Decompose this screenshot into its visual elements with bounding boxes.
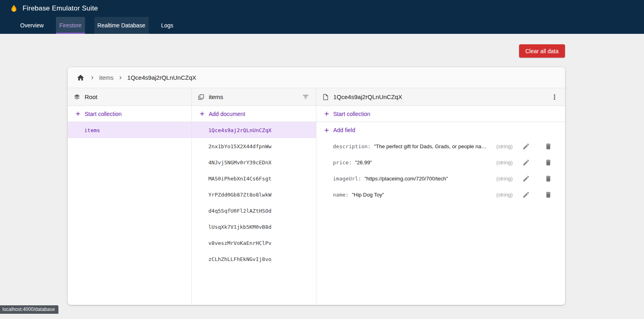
field-value: "https://placeimg.com/720/700/tech": [364, 176, 448, 182]
plus-icon: [75, 110, 81, 117]
document-row[interactable]: YrPZdd0Gb87Zt8o8lwkW: [192, 186, 316, 203]
firestore-columns: Root Start collection items: [68, 88, 565, 305]
document-row[interactable]: zCLhZhLLFhEkNGvIj8vo: [192, 251, 316, 267]
doc-start-collection-button[interactable]: Start collection: [316, 106, 565, 122]
field-row: name: "Hip Dog Toy" (string): [316, 186, 565, 203]
firebase-logo-icon: [10, 4, 18, 14]
document-row[interactable]: v8veszMrVoKaEnrHClPv: [192, 235, 316, 251]
chevron-right-icon: [117, 75, 124, 81]
document-id: 2nx1bYo15X2X44dfpnWw: [208, 143, 272, 149]
edit-field-button[interactable]: [521, 158, 531, 167]
document-row[interactable]: MAS0iPhebXnI4Cs6Fsgt: [192, 170, 316, 186]
document-row[interactable]: 2nx1bYo15X2X44dfpnWw: [192, 138, 316, 154]
add-field-label: Add field: [333, 127, 355, 133]
root-column-header: Root: [68, 88, 191, 106]
field-value: "26.99": [355, 160, 372, 166]
document-id: lUsqXk7V1jkb5KM0vB8d: [208, 224, 272, 230]
tab-logs[interactable]: Logs: [158, 17, 177, 34]
collection-icon: [197, 93, 205, 101]
main-nav: Overview Firestore Realtime Database Log…: [0, 17, 644, 34]
browser-status-bar: localhost:4000/database: [0, 305, 58, 314]
clear-all-data-button[interactable]: Clear all data: [519, 44, 565, 58]
breadcrumb-document: 1Qce4s9aj2rQLnUnCZqX: [127, 74, 196, 81]
field-row: price: "26.99" (string): [316, 154, 565, 170]
tab-realtime-database[interactable]: Realtime Database: [94, 17, 149, 34]
main-content: Clear all data items 1Qce4s9aj2rQLnUnCZq…: [68, 44, 565, 305]
app-title: Firebase Emulator Suite: [23, 4, 98, 12]
document-row[interactable]: 1Qce4s9aj2rQLnUnCZqX: [192, 122, 316, 138]
more-vert-icon[interactable]: [550, 92, 559, 102]
filter-documents-icon[interactable]: [301, 92, 310, 102]
field-type: (string): [497, 176, 513, 182]
field-type: (string): [497, 143, 513, 149]
document-column: 1Qce4s9aj2rQLnUnCZqX Start collection: [316, 88, 565, 305]
document-id: zCLhZhLLFhEkNGvIj8vo: [208, 256, 272, 262]
field-list: description: "The perfect gift for Dads,…: [316, 138, 565, 203]
field-name: price:: [333, 160, 352, 166]
document-column-header: 1Qce4s9aj2rQLnUnCZqX: [316, 88, 565, 106]
collection-column: items Add document 1Qce4s9: [192, 88, 316, 305]
plus-icon: [199, 110, 206, 117]
field-type: (string): [497, 192, 513, 198]
document-id: MAS0iPhebXnI4Cs6Fsgt: [208, 176, 272, 182]
collection-title: items: [209, 93, 223, 100]
breadcrumb-collection[interactable]: items: [99, 74, 114, 81]
firestore-panel: items 1Qce4s9aj2rQLnUnCZqX Root: [68, 67, 565, 305]
document-id: 1Qce4s9aj2rQLnUnCZqX: [208, 127, 272, 133]
root-title: Root: [85, 93, 98, 100]
delete-field-button[interactable]: [544, 158, 553, 167]
breadcrumb: items 1Qce4s9aj2rQLnUnCZqX: [68, 67, 565, 88]
document-row[interactable]: d4q5SqfU0Fl2lAZtHSOd: [192, 203, 316, 219]
document-list: 1Qce4s9aj2rQLnUnCZqX 2nx1bYo15X2X44dfpnW…: [192, 122, 316, 267]
edit-field-button[interactable]: [521, 142, 531, 151]
tab-overview[interactable]: Overview: [17, 17, 47, 34]
field-name: description:: [333, 143, 371, 149]
field-type: (string): [497, 160, 513, 166]
add-document-label: Add document: [209, 111, 245, 117]
document-row[interactable]: 4NJvj5NGMv0rY39cEDnX: [192, 154, 316, 170]
add-document-button[interactable]: Add document: [192, 106, 316, 122]
document-id: YrPZdd0Gb87Zt8o8lwkW: [208, 192, 272, 198]
field-name: imageUrl:: [333, 176, 361, 182]
field-row: description: "The perfect gift for Dads,…: [316, 138, 565, 154]
document-icon: [322, 93, 329, 101]
edit-field-button[interactable]: [521, 174, 531, 183]
field-value: "The perfect gift for Dads, Grads, or pe…: [374, 143, 490, 149]
edit-field-button[interactable]: [521, 190, 531, 199]
document-id: d4q5SqfU0Fl2lAZtHSOd: [208, 208, 272, 214]
field-row: imageUrl: "https://placeimg.com/720/700/…: [316, 170, 565, 186]
collection-list: items: [68, 122, 191, 138]
add-field-button[interactable]: Add field: [316, 122, 565, 138]
plus-icon: [323, 110, 330, 117]
document-title: 1Qce4s9aj2rQLnUnCZqX: [333, 93, 402, 100]
document-row[interactable]: lUsqXk7V1jkb5KM0vB8d: [192, 219, 316, 235]
document-id: v8veszMrVoKaEnrHClPv: [208, 240, 272, 246]
home-icon[interactable]: [76, 73, 85, 83]
tab-firestore[interactable]: Firestore: [56, 17, 85, 34]
start-collection-label: Start collection: [85, 111, 122, 117]
plus-icon: [323, 127, 330, 134]
start-collection-button[interactable]: Start collection: [68, 106, 191, 122]
collection-row[interactable]: items: [68, 122, 191, 138]
field-name: name:: [333, 192, 349, 198]
field-value: "Hip Dog Toy": [352, 192, 384, 198]
app-header: Firebase Emulator Suite Overview Firesto…: [0, 0, 644, 34]
firestore-db-icon: [73, 93, 81, 101]
doc-start-collection-label: Start collection: [333, 111, 370, 117]
delete-field-button[interactable]: [544, 190, 553, 199]
chevron-right-icon: [89, 75, 96, 81]
document-id: 4NJvj5NGMv0rY39cEDnX: [208, 160, 272, 166]
collection-id: items: [84, 127, 100, 133]
root-column: Root Start collection items: [68, 88, 192, 305]
collection-column-header: items: [192, 88, 316, 106]
delete-field-button[interactable]: [544, 174, 553, 183]
delete-field-button[interactable]: [544, 142, 553, 151]
